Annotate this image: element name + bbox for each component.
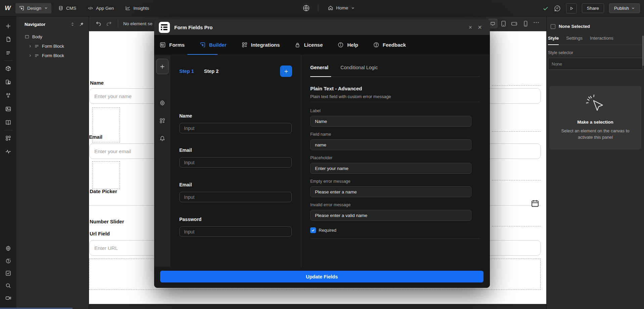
builder-field-password[interactable]: Password	[179, 217, 292, 237]
integrations-grid-icon[interactable]	[154, 118, 170, 124]
more-options-icon[interactable]	[533, 19, 540, 26]
style-selector-input[interactable]: None	[548, 58, 643, 70]
redo-icon[interactable]	[106, 20, 112, 27]
apps-icon[interactable]	[0, 131, 16, 145]
insights-button[interactable]: Insights	[122, 3, 152, 13]
tree-item-label: Body	[32, 34, 42, 39]
step-1-tab[interactable]: Step 1	[179, 69, 194, 74]
minimize-icon[interactable]: ✕	[466, 25, 475, 30]
chevron-right-icon[interactable]	[29, 45, 32, 48]
expand-collapse-icon[interactable]	[70, 22, 75, 27]
form-settings-icon[interactable]	[154, 100, 170, 106]
navigator-icon[interactable]	[0, 46, 16, 59]
pages-icon[interactable]	[0, 33, 16, 46]
calendar-icon[interactable]	[531, 199, 539, 208]
tab-feedback[interactable]: Feedback	[373, 42, 406, 48]
placeholder-input[interactable]	[310, 163, 471, 174]
navigator-title: Navigator	[25, 22, 66, 27]
style-panel: None Selected Style Settings Interaction…	[546, 16, 644, 309]
tab-forms[interactable]: Forms	[159, 42, 185, 48]
assets-icon[interactable]	[0, 102, 16, 116]
step-2-tab[interactable]: Step 2	[204, 69, 219, 74]
app-gen-button[interactable]: App Gen	[84, 3, 117, 13]
setting-label-text: Empty error message	[310, 179, 471, 184]
tab-general[interactable]: General	[310, 65, 328, 70]
search-icon[interactable]	[0, 279, 16, 292]
field-preview-input[interactable]	[179, 123, 292, 133]
chart-icon	[125, 5, 131, 11]
selection-status: None Selected	[559, 24, 590, 29]
field-preview-input[interactable]	[179, 157, 292, 168]
chevron-right-icon[interactable]	[29, 54, 32, 57]
style-swatches-icon[interactable]	[0, 75, 16, 89]
required-label: Required	[319, 228, 336, 233]
audit-icon[interactable]	[0, 145, 16, 158]
tab-builder[interactable]: Builder	[199, 42, 227, 48]
publish-label: Publish	[614, 6, 629, 11]
notifications-bell-icon[interactable]	[154, 135, 170, 142]
breakpoint-tablet-icon[interactable]	[500, 20, 507, 27]
window-edge	[0, 308, 73, 309]
design-mode-button[interactable]: Design	[15, 3, 51, 13]
required-checkbox[interactable]	[310, 227, 316, 233]
tree-item-body[interactable]: Body	[25, 32, 89, 41]
checklist-icon[interactable]	[0, 267, 16, 279]
comments-icon[interactable]	[554, 5, 561, 12]
close-icon[interactable]: ✕	[475, 24, 485, 31]
field-name-input[interactable]	[310, 139, 471, 150]
cms-button[interactable]: CMS	[55, 3, 80, 13]
help-sparkle-icon[interactable]	[0, 255, 16, 267]
builder-field-email-2[interactable]: Email	[179, 182, 292, 202]
design-label: Design	[27, 6, 41, 11]
field-preview-input[interactable]	[179, 226, 292, 237]
tab-interactions[interactable]: Interactions	[590, 36, 613, 45]
style-selector-label: Style selector	[547, 45, 644, 58]
variables-icon[interactable]	[0, 89, 16, 102]
add-elements-icon[interactable]	[0, 19, 16, 33]
globe-icon[interactable]	[302, 4, 310, 12]
tab-style[interactable]: Style	[548, 36, 559, 45]
video-tutorials-icon[interactable]	[0, 292, 16, 304]
add-step-button[interactable]	[280, 65, 292, 77]
page-selector[interactable]: Home	[324, 3, 358, 13]
label-input[interactable]	[310, 116, 471, 127]
form-block-outline	[492, 226, 541, 226]
invalid-error-input[interactable]	[310, 210, 471, 221]
publish-button[interactable]: Publish	[609, 3, 640, 13]
webflow-logo-icon[interactable]: W	[0, 4, 15, 12]
field-preview-input[interactable]	[179, 192, 292, 202]
scrollbar-thumb[interactable]	[642, 36, 644, 66]
update-fields-button[interactable]: Update Fields	[160, 271, 484, 282]
canvas-name-label: Name	[90, 80, 104, 86]
empty-error-input[interactable]	[310, 186, 471, 197]
tree-item-form-block-2[interactable]: Form Block	[25, 51, 89, 60]
top-bar: W Design CMS App Gen Insights Home Share…	[0, 0, 644, 16]
design-cursor-icon	[19, 5, 25, 11]
breakpoint-phone-portrait-icon[interactable]	[522, 20, 529, 27]
tab-help[interactable]: Help	[337, 42, 358, 48]
tab-settings[interactable]: Settings	[566, 36, 583, 45]
field-type-description: Plain text field with custom error messa…	[310, 94, 391, 99]
preview-button[interactable]	[566, 3, 577, 13]
share-button[interactable]: Share	[582, 3, 604, 13]
tab-integrations[interactable]: Integrations	[241, 42, 280, 48]
form-fields-pro-modal: Form Fields Pro ✕ ✕ Forms Builder Integr…	[154, 19, 490, 288]
tab-label: Feedback	[383, 42, 406, 48]
builder-field-email-1[interactable]: Email	[179, 147, 292, 168]
form-fields-pro-logo-icon	[159, 22, 170, 33]
components-icon[interactable]	[0, 62, 16, 75]
tab-label: Help	[347, 42, 358, 48]
setting-field-name: Field name	[310, 132, 471, 150]
tab-license[interactable]: License	[294, 42, 323, 48]
settings-gear-icon[interactable]	[0, 242, 16, 255]
breakpoint-phone-landscape-icon[interactable]	[511, 20, 518, 27]
pin-icon[interactable]	[79, 22, 84, 27]
tab-conditional-logic[interactable]: Conditional Logic	[340, 65, 378, 70]
add-field-tool[interactable]	[156, 59, 169, 74]
chevron-down-icon	[44, 6, 48, 10]
undo-icon[interactable]	[95, 20, 102, 27]
tree-item-form-block-1[interactable]: Form Block	[25, 41, 89, 51]
builder-field-name[interactable]: Name	[179, 113, 292, 133]
libraries-icon[interactable]	[0, 116, 16, 129]
rail-divider	[4, 130, 13, 130]
